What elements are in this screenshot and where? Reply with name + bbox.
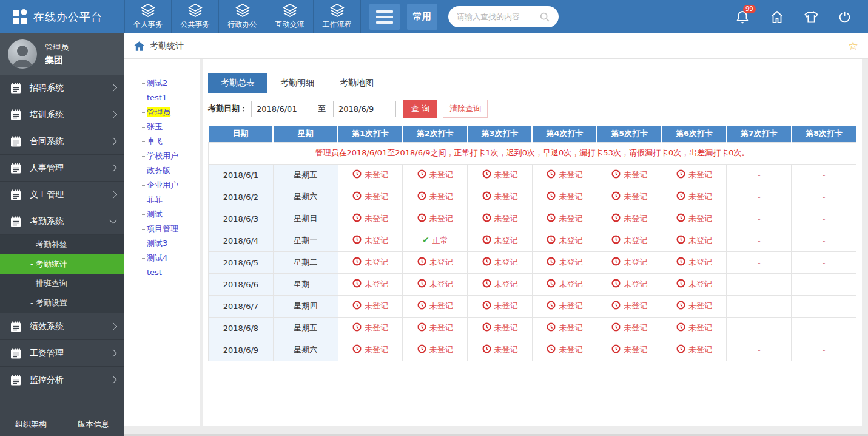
sidebar-subitem-3[interactable]: - 排班查询 [0, 274, 124, 293]
sidebar-item-3[interactable]: 合同系统 [0, 128, 124, 155]
search-input[interactable] [457, 12, 539, 21]
app-logo[interactable]: 在线办公平台 [0, 0, 124, 33]
home-button[interactable] [770, 10, 784, 24]
tree-item[interactable]: 测试4 [138, 251, 200, 265]
punch-cell-empty: - [727, 230, 792, 251]
weekday-cell: 星期一 [273, 230, 338, 251]
nav-item-3[interactable]: 行政办公 [219, 0, 266, 33]
logout-button[interactable] [838, 10, 852, 24]
nav-item-1[interactable]: 个人事务 [124, 0, 172, 33]
nav-item-5[interactable]: 工作流程 [314, 0, 361, 33]
tree-item[interactable]: 企业用户 [138, 178, 200, 192]
clear-search-button[interactable]: 清除查询 [443, 100, 488, 118]
status-label: 未登记 [559, 192, 582, 201]
sidebar-item-7[interactable]: 绩效系统 [0, 313, 124, 340]
punch-cell-not-registered: 未登记 [468, 164, 533, 186]
sidebar-subitem-4[interactable]: - 考勤设置 [0, 293, 124, 313]
clock-icon [611, 279, 621, 288]
sidebar-subitem-2[interactable]: - 考勤统计 [0, 254, 124, 274]
status-label: 未登记 [494, 192, 518, 201]
date-cell: 2018/6/6 [209, 273, 274, 295]
clock-icon [611, 213, 621, 222]
tree-item[interactable]: test [138, 265, 200, 280]
tree-item[interactable]: 政务版 [138, 163, 200, 178]
punch-cell-not-registered: 未登记 [338, 186, 403, 208]
status-label: 未登记 [365, 214, 388, 223]
clock-icon [676, 191, 685, 200]
sidebar-item-4[interactable]: 人事管理 [0, 155, 124, 182]
hamburger-menu-button[interactable] [369, 4, 400, 30]
tree-item[interactable]: 项目管理 [138, 222, 200, 236]
tree-item[interactable]: 学校用户 [138, 149, 200, 163]
tree-item[interactable]: 测试2 [138, 76, 200, 90]
chevron-right-icon [109, 164, 117, 172]
tab-3[interactable]: 考勤地图 [327, 73, 386, 93]
notifications-button[interactable]: 99 [736, 10, 750, 24]
clock-icon [547, 322, 556, 332]
clock-icon [482, 257, 491, 266]
sidebar-item-1[interactable]: 招聘系统 [0, 75, 124, 101]
clock-icon [676, 301, 685, 310]
date-to-input[interactable] [333, 101, 396, 117]
sidebar-item-2[interactable]: 培训系统 [0, 101, 124, 128]
tab-1[interactable]: 考勤总表 [208, 73, 267, 93]
theme-button[interactable] [804, 10, 818, 24]
tshirt-icon [804, 10, 819, 24]
status-label: 未登记 [559, 214, 582, 223]
sidebar-item-8[interactable]: 工资管理 [0, 340, 124, 367]
clock-icon [676, 235, 685, 244]
tree-item[interactable]: test1 [138, 90, 200, 105]
tree-item[interactable]: 菲菲 [138, 192, 200, 207]
tree-item[interactable]: 测试3 [138, 236, 200, 251]
table-row: 2018/6/4星期一未登记✔正常未登记未登记未登记未登记-- [209, 230, 856, 251]
tree-item-label: 测试2 [147, 78, 167, 87]
clock-icon [417, 257, 426, 266]
attendance-table: 日期星期第1次打卡第2次打卡第3次打卡第4次打卡第5次打卡第6次打卡第7次打卡第… [208, 126, 856, 361]
layers-icon [330, 4, 345, 17]
user-block[interactable]: 管理员 集团 [0, 33, 124, 75]
punch-cell-not-registered: 未登记 [403, 273, 468, 295]
notification-badge: 99 [743, 5, 756, 13]
sidebar-item-label: 人事管理 [30, 163, 64, 174]
nav-item-2[interactable]: 公共事务 [172, 0, 219, 33]
sidebar-subitem-1[interactable]: - 考勤补签 [0, 235, 124, 254]
clock-icon [352, 213, 362, 222]
search-button[interactable]: 查 询 [403, 100, 437, 118]
sidebar-item-6[interactable]: 考勤系统 [0, 208, 124, 235]
punch-cell-not-registered: 未登记 [597, 208, 662, 230]
quick-access-button[interactable]: 常用 [407, 4, 437, 30]
punch-cell-not-registered: 未登记 [662, 251, 727, 273]
avatar [8, 39, 37, 69]
status-label: 未登记 [559, 345, 582, 354]
tree-item[interactable]: 卓飞 [138, 134, 200, 149]
nav-item-4[interactable]: 互动交流 [266, 0, 314, 33]
sidebar-item-label: 招聘系统 [30, 83, 64, 94]
sidebar-item-5[interactable]: 义工管理 [0, 182, 124, 208]
sidebar-item-label: 培训系统 [30, 109, 64, 120]
tree-item[interactable]: 管理员 [138, 105, 200, 120]
notebook-icon [10, 216, 22, 228]
tab-2[interactable]: 考勤明细 [267, 73, 327, 93]
status-label: 未登记 [688, 236, 712, 245]
tree-item[interactable]: 测试 [138, 207, 200, 222]
clock-icon [547, 235, 556, 244]
user-tree: 测试2test1管理员张玉卓飞学校用户政务版企业用户菲菲测试项目管理测试3测试4… [138, 76, 200, 280]
tree-item[interactable]: 张玉 [138, 120, 200, 134]
notebook-icon [10, 347, 22, 359]
weekday-cell: 星期三 [273, 273, 338, 295]
punch-cell-not-registered: 未登记 [468, 186, 533, 208]
home-breadcrumb-icon [134, 41, 144, 51]
favorite-star-icon[interactable]: ☆ [848, 40, 858, 52]
punch-cell-not-registered: 未登记 [597, 295, 662, 317]
punch-cell-not-registered: 未登记 [597, 273, 662, 295]
date-from-input[interactable] [251, 101, 314, 117]
clock-icon [482, 322, 491, 332]
search-icon[interactable] [539, 12, 550, 22]
clock-icon [482, 235, 491, 244]
sidebar-item-9[interactable]: 监控分析 [0, 367, 124, 393]
tree-item-label: 测试4 [147, 253, 167, 262]
clock-icon [352, 322, 362, 332]
status-label: 未登记 [494, 345, 518, 354]
org-structure-button[interactable]: 组织架构 [0, 414, 62, 434]
version-info-button[interactable]: 版本信息 [62, 414, 124, 434]
